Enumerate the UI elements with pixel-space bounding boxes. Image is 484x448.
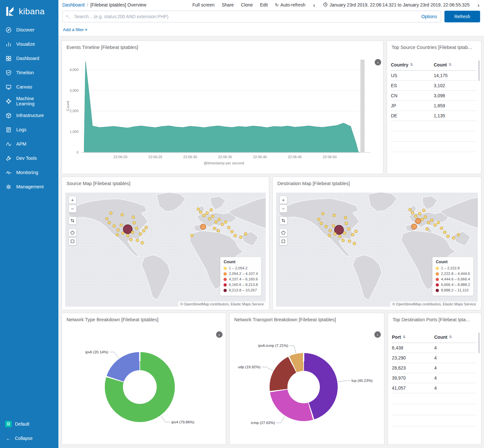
legend-toggle-icon[interactable]: ‹ [375,59,381,65]
source-map-canvas[interactable]: + − Count 1 – 2,054.22,054.2 – 4,107.44,… [65,193,266,307]
legend-toggle-icon[interactable]: ‹ [374,331,381,338]
svg-text:@timestamp per second: @timestamp per second [204,161,244,165]
panel-title: Top Destination Ports [Filebeat Ipta... [388,313,481,322]
sidebar-item-timelion[interactable]: Timelion [0,65,58,80]
network-transport-donut-chart[interactable]: tcp (45.23%)icmp (27.63%)udp (19.92%)ipv… [230,313,384,444]
plus-icon: + [85,27,88,32]
map-attribution: © OpenStreetMap contributors, Elastic Ma… [390,301,478,307]
options-link[interactable]: Options [421,14,437,19]
table-row-empty [392,415,477,426]
zoom-out-button[interactable]: − [68,205,77,213]
svg-text:22:06:20: 22:06:20 [114,155,127,159]
svg-text:ipv6-icmp (7.21%): ipv6-icmp (7.21%) [258,344,288,348]
map-legend-item: 6,160.6 – 8,213.8 [224,282,258,288]
time-back-button[interactable]: ‹ [312,2,316,8]
table-row: CN3,098 [391,91,477,101]
space-switcher[interactable]: D Default [0,417,58,431]
column-header-count[interactable]: Count⇅ [434,62,477,67]
table-cell: 28,623 [392,365,434,371]
legend-range-label: 2,222.8 – 4,444.6 [441,271,470,277]
add-filter-button[interactable]: Add a filter+ [63,27,87,32]
map-legend-item: 2,054.2 – 4,107.4 [224,271,258,277]
fit-bounds-button[interactable] [68,217,77,225]
map-legend: Count 1 – 2,054.22,054.2 – 4,107.44,107.… [220,257,261,296]
clone-button[interactable]: Clone [241,2,253,7]
nodes-icon [5,98,12,104]
legend-range-label: 1 – 2,054.2 [229,265,248,271]
fit-bounds-button[interactable] [279,217,287,225]
draw-rectangle-button[interactable] [279,237,287,245]
time-range-picker[interactable]: January 23rd 2019, 22:06:14.321 to Janua… [323,2,470,8]
collapse-sidebar-button[interactable]: ← Collapse [0,431,58,445]
column-header-port[interactable]: Port⇅ [392,335,434,340]
sidebar-item-management[interactable]: Management [0,180,58,194]
scrollbar[interactable] [478,60,480,81]
sidebar-item-dev-tools[interactable]: Dev Tools [0,151,58,165]
destination-map-canvas[interactable]: + − Count 1 – 2,222.82,222.8 – 4,444.64,… [276,193,478,307]
dashboard-grid-icon [5,55,12,62]
map-controls: + − [68,196,77,245]
svg-text:22:06:25: 22:06:25 [148,155,162,159]
kibana-logo[interactable]: kibana [0,0,58,23]
gear-icon [5,183,12,190]
table-row: JP1,859 [391,101,477,111]
table-body: US14,175ES3,102CN3,098JP1,859DE1,135 [391,71,477,152]
breadcrumb-dashboard-link[interactable]: Dashboard [62,2,85,7]
column-header-country[interactable]: Country⇅ [391,62,434,67]
sidebar-item-machine-learning[interactable]: Machine Learning [0,94,58,108]
legend-toggle-icon[interactable]: ‹ [216,331,223,338]
svg-text:22:06:40: 22:06:40 [253,155,267,159]
sidebar-item-label: APM [16,141,26,147]
crop-icon [281,218,285,223]
query-prompt-icon: >_ [66,14,70,19]
legend-items: 1 – 2,054.22,054.2 – 4,107.44,107.4 – 6,… [224,265,258,293]
zoom-in-button[interactable]: + [68,196,77,204]
refresh-button[interactable]: Refresh [444,11,480,22]
donut-hole [287,371,320,403]
sort-icon: ⇅ [403,335,405,339]
map-legend: Count 1 – 2,222.82,222.8 – 4,444.64,444.… [432,257,473,296]
draw-rectangle-button[interactable] [68,237,77,245]
network-type-donut-chart[interactable]: ipv4 (79.86%)ipv6 (20.14%) [62,313,226,444]
wave-icon [5,141,12,147]
full-screen-button[interactable]: Full screen [192,2,214,7]
destination-ports-table: Port⇅ Count⇅ 6,438423,290428,623439,9704… [392,331,477,426]
sidebar-item-discover[interactable]: Discover [0,23,58,37]
edit-button[interactable]: Edit [260,2,268,7]
shield-chart-icon [5,69,12,76]
time-forward-button[interactable]: › [477,2,480,8]
legend-range-label: 4,107.4 – 6,160.6 [229,277,258,282]
sidebar-item-label: Visualize [16,41,35,47]
search-input[interactable] [63,11,441,22]
panel-title: Destination Map [Filebeat Iptables] [273,177,481,186]
column-header-count[interactable]: Count⇅ [434,335,477,340]
zoom-in-button[interactable]: + [279,196,287,204]
legend-range-label: 8,213.8 – 10,267 [229,288,257,293]
draw-polygon-button[interactable] [68,229,77,237]
table-body: 6,438423,290428,623439,970441,0574 [392,343,477,426]
draw-polygon-button[interactable] [279,229,287,237]
sidebar-item-visualize[interactable]: Visualize [0,37,58,51]
sidebar-item-apm[interactable]: APM [0,137,58,151]
table-cell: 6,438 [392,345,434,350]
zoom-out-button[interactable]: − [279,205,287,213]
table-cell: 4 [434,365,477,371]
share-button[interactable]: Share [222,2,234,7]
sidebar-item-label: Monitoring [16,170,38,175]
auto-refresh-button[interactable]: ↻ Auto-refresh [275,2,306,7]
sidebar-item-dashboard[interactable]: Dashboard [0,51,58,65]
scrollbar[interactable] [478,333,480,353]
svg-text:1,000: 1,000 [69,130,79,134]
sidebar-item-canvas[interactable]: Canvas [0,80,58,94]
sidebar-item-monitoring[interactable]: Monitoring [0,165,58,180]
document-icon [5,126,12,133]
heartbeat-icon [5,169,12,176]
table-row-empty [391,131,477,142]
panel-events-timeline: Events Timeline [Filebeat Iptables] ‹ 01… [62,41,383,174]
sidebar-item-logs[interactable]: Logs [0,123,58,137]
table-row: ES3,102 [391,81,477,91]
table-cell: 23,290 [392,355,434,360]
collapse-label: Collapse [15,436,32,441]
dashboard-actions: Full screen Share Clone Edit ↻ Auto-refr… [192,2,480,8]
sidebar-item-infrastructure[interactable]: Infrastructure [0,108,58,123]
